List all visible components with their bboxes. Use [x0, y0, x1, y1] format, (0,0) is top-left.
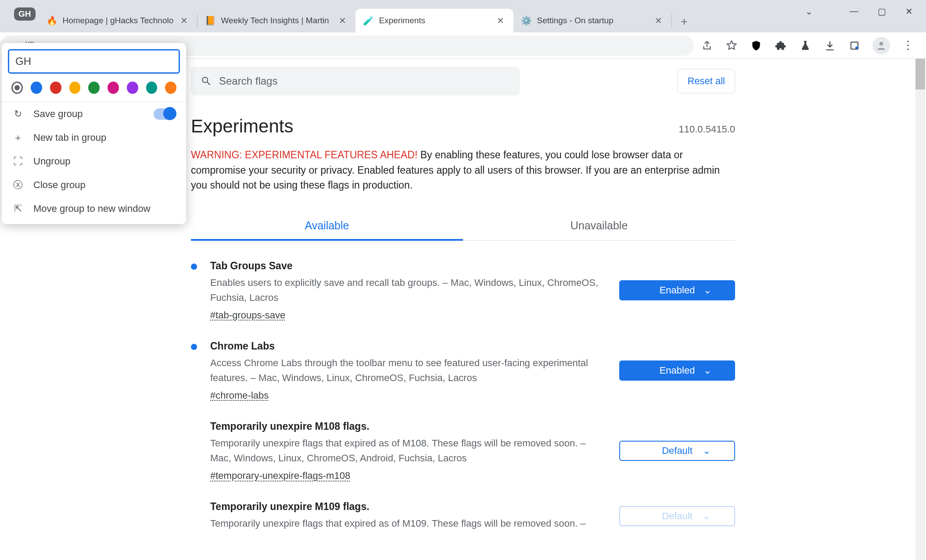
close-group-item[interactable]: ⓧ Close group — [2, 173, 186, 197]
flag-name: Tab Groups Save — [210, 260, 606, 272]
flag-state-label: Default — [662, 510, 693, 522]
browser-tab[interactable]: ⚙️ Settings - On startup ✕ — [513, 9, 671, 32]
flag-state-select[interactable]: Default ⌄ — [619, 506, 735, 526]
browser-tab[interactable]: 📙 Weekly Tech Insights | Martin ✕ — [197, 9, 355, 32]
new-tab-button[interactable]: ＋ — [675, 11, 694, 31]
move-group-item[interactable]: ⇱ Move group to new window — [2, 197, 186, 221]
flag-modified-dot — [191, 344, 197, 350]
tab-title: Experiments — [379, 16, 491, 25]
flag-hash-link[interactable]: #chrome-labs — [210, 390, 606, 401]
flag-description: Temporarily unexpire flags that expired … — [210, 436, 606, 466]
flag-name: Temporarily unexpire M109 flags. — [210, 501, 606, 513]
group-name-input[interactable] — [8, 49, 180, 74]
save-group-item[interactable]: ↻ Save group — [2, 102, 186, 126]
vertical-scrollbar[interactable] — [915, 59, 925, 560]
flag-state-label: Enabled — [660, 285, 695, 296]
flag-modified-dot — [191, 424, 197, 430]
tab-available[interactable]: Available — [191, 212, 463, 241]
flag-description: Temporarily unexpire flags that expired … — [210, 516, 606, 531]
tab-close-icon[interactable]: ✕ — [179, 16, 189, 25]
bookmark-star-icon[interactable] — [725, 39, 738, 52]
flag-state-label: Enabled — [660, 365, 695, 376]
tab-title: Settings - On startup — [537, 16, 649, 25]
group-color-swatch[interactable] — [31, 82, 42, 94]
chevron-down-icon: ⌄ — [703, 445, 711, 457]
search-flags-input[interactable]: Search flags — [191, 67, 520, 96]
kebab-menu-icon[interactable]: ⋮ — [901, 39, 915, 52]
tab-close-icon[interactable]: ✕ — [496, 16, 506, 25]
profile-avatar[interactable] — [872, 37, 890, 54]
minimize-button[interactable]: — — [850, 6, 858, 17]
tab-close-icon[interactable]: ✕ — [338, 16, 348, 25]
flags-tabs: Available Unavailable — [191, 212, 735, 241]
warning-red: WARNING: EXPERIMENTAL FEATURES AHEAD! — [191, 149, 417, 161]
page-title: Experiments — [191, 116, 293, 137]
group-color-swatch[interactable] — [108, 82, 119, 94]
ungroup-item[interactable]: ⛶ Ungroup — [2, 150, 186, 173]
downloads-icon[interactable] — [823, 39, 836, 52]
flags-list: Tab Groups Save Enables users to explici… — [191, 241, 735, 531]
tab-title: Homepage | gHacks Technolo — [63, 16, 174, 25]
tab-favicon: 🔥 — [47, 15, 57, 26]
tab-favicon: 🧪 — [363, 15, 374, 26]
group-color-swatch[interactable] — [11, 82, 23, 94]
tab-search-chevron-icon[interactable]: ⌄ — [805, 6, 813, 17]
extensions-puzzle-icon[interactable] — [774, 39, 787, 52]
reset-all-button[interactable]: Reset all — [677, 69, 735, 93]
tab-group-chip[interactable]: GH — [14, 7, 36, 21]
ungroup-label: Ungroup — [33, 156, 70, 167]
maximize-button[interactable]: ▢ — [878, 6, 886, 17]
flag-modified-dot — [191, 264, 197, 270]
device-icon[interactable] — [848, 39, 861, 52]
save-group-toggle[interactable] — [154, 108, 176, 120]
window-controls: ⌄ — ▢ ✕ — [792, 0, 926, 23]
plus-icon: ＋ — [12, 132, 24, 143]
flag-state-select[interactable]: Enabled ⌄ — [619, 360, 735, 381]
browser-tab[interactable]: 🔥 Homepage | gHacks Technolo ✕ — [39, 9, 197, 32]
group-color-swatch[interactable] — [146, 82, 158, 94]
flag-row: Temporarily unexpire M108 flags. Tempora… — [191, 401, 735, 482]
chevron-down-icon: ⌄ — [703, 365, 711, 376]
flag-hash-link[interactable]: #temporary-unexpire-flags-m108 — [210, 470, 606, 482]
labs-flask-icon[interactable] — [799, 39, 812, 52]
flag-hash-link[interactable]: #tab-groups-save — [210, 310, 606, 321]
warning-text: WARNING: EXPERIMENTAL FEATURES AHEAD! By… — [191, 147, 735, 193]
svg-point-1 — [855, 46, 858, 49]
chevron-down-icon: ⌄ — [703, 510, 711, 522]
flag-row: Tab Groups Save Enables users to explici… — [191, 241, 735, 321]
group-color-swatch[interactable] — [50, 82, 61, 94]
group-color-swatch[interactable] — [127, 82, 138, 94]
scrollbar-thumb[interactable] — [915, 59, 925, 89]
flag-state-select[interactable]: Default ⌄ — [619, 441, 735, 461]
group-color-swatch[interactable] — [88, 82, 100, 94]
tab-title: Weekly Tech Insights | Martin — [221, 16, 333, 25]
new-tab-in-group-item[interactable]: ＋ New tab in group — [2, 126, 186, 150]
browser-tab[interactable]: 🧪 Experiments ✕ — [355, 9, 513, 32]
group-color-swatch[interactable] — [165, 82, 176, 94]
flag-row: Chrome Labs Access Chrome Labs through t… — [191, 321, 735, 401]
tab-group-popup: ↻ Save group ＋ New tab in group ⛶ Ungrou… — [2, 43, 186, 224]
flag-state-select[interactable]: Enabled ⌄ — [619, 280, 735, 300]
flag-modified-dot — [191, 504, 197, 510]
flag-description: Access Chrome Labs through the toolbar m… — [210, 356, 606, 385]
tab-unavailable[interactable]: Unavailable — [463, 212, 735, 240]
flag-state-label: Default — [662, 445, 693, 457]
save-group-label: Save group — [33, 108, 83, 120]
shield-icon[interactable] — [750, 39, 763, 52]
group-color-swatch[interactable] — [69, 82, 81, 94]
version-text: 110.0.5415.0 — [679, 124, 735, 135]
svg-point-2 — [879, 42, 883, 46]
search-placeholder: Search flags — [219, 75, 277, 87]
tab-favicon: 📙 — [205, 15, 216, 26]
flag-name: Temporarily unexpire M108 flags. — [210, 421, 606, 432]
chevron-down-icon: ⌄ — [703, 285, 711, 296]
browser-titlebar: GH 🔥 Homepage | gHacks Technolo ✕📙 Weekl… — [0, 0, 926, 32]
close-group-label: Close group — [33, 179, 86, 191]
ungroup-icon: ⛶ — [12, 156, 24, 167]
flag-row: Temporarily unexpire M109 flags. Tempora… — [191, 482, 735, 531]
sync-icon: ↻ — [12, 108, 24, 120]
tab-close-icon[interactable]: ✕ — [654, 16, 664, 25]
tab-favicon: ⚙️ — [521, 15, 532, 26]
share-icon[interactable] — [700, 39, 714, 52]
close-window-button[interactable]: ✕ — [905, 6, 913, 17]
